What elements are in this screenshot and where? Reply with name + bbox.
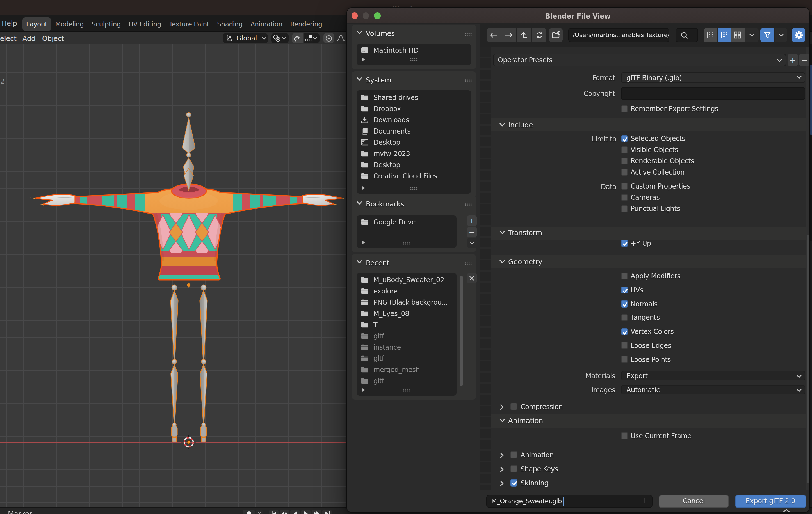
- workspace-tab[interactable]: Modeling: [52, 17, 87, 31]
- option-checkbox[interactable]: [621, 240, 628, 247]
- next-keyframe-button[interactable]: [312, 510, 321, 514]
- filename-field[interactable]: M_Orange_Sweater.glb − +: [486, 495, 652, 508]
- dialog-titlebar[interactable]: Blender File View: [347, 8, 809, 24]
- grip-icon[interactable]: [403, 388, 410, 392]
- geometry-section-header[interactable]: Geometry: [491, 255, 806, 268]
- filter-toggle-button[interactable]: [760, 28, 774, 42]
- option-checkbox[interactable]: [510, 479, 517, 486]
- format-select[interactable]: glTF Binary (.glb): [621, 72, 805, 83]
- option-checkbox[interactable]: [621, 169, 628, 176]
- recent-item[interactable]: gltf: [356, 375, 457, 387]
- option-checkbox[interactable]: [510, 451, 517, 458]
- system-item[interactable]: Desktop: [356, 137, 471, 148]
- parent-directory-button[interactable]: [517, 28, 531, 42]
- system-item[interactable]: Downloads: [356, 115, 471, 126]
- cancel-button[interactable]: Cancel: [659, 495, 729, 508]
- workspace-tab[interactable]: Rendering: [287, 17, 326, 31]
- play-reverse-button[interactable]: [290, 510, 300, 514]
- workspace-tab[interactable]: Layout: [23, 17, 51, 31]
- file-list-strip[interactable]: [480, 47, 491, 490]
- volumes-header[interactable]: Volumes: [351, 28, 476, 39]
- system-item[interactable]: Creative Cloud Files: [356, 171, 471, 182]
- bookmark-item[interactable]: Google Drive: [356, 217, 457, 228]
- bookmark-remove-button[interactable]: −: [467, 227, 477, 237]
- timeline-marker-menu[interactable]: Marker: [8, 509, 32, 514]
- filter-options-dropdown[interactable]: [775, 28, 787, 42]
- snap-target-dropdown[interactable]: [303, 33, 319, 43]
- option-checkbox[interactable]: [621, 286, 628, 294]
- expand-triangle-icon[interactable]: [361, 186, 365, 190]
- animation-section-header[interactable]: Animation: [491, 414, 806, 427]
- option-checkbox[interactable]: [621, 342, 628, 349]
- system-item[interactable]: Shared drives: [356, 92, 471, 103]
- snap-toggle[interactable]: [292, 33, 303, 43]
- system-header[interactable]: System: [351, 74, 476, 85]
- orientation-dropdown[interactable]: Global: [223, 33, 268, 43]
- chevron-right-icon[interactable]: [500, 466, 504, 472]
- remember-settings-checkbox[interactable]: [621, 105, 628, 112]
- recent-clear-button[interactable]: [467, 273, 477, 283]
- option-checkbox[interactable]: [621, 205, 628, 212]
- recent-item[interactable]: gltf: [356, 353, 457, 364]
- system-item[interactable]: Documents: [356, 126, 471, 137]
- option-checkbox[interactable]: [621, 183, 628, 190]
- scroll-up-icon[interactable]: [783, 508, 790, 513]
- pivot-dropdown[interactable]: [271, 33, 289, 43]
- refresh-button[interactable]: [532, 28, 546, 42]
- recent-item[interactable]: explore: [356, 285, 457, 297]
- volume-item[interactable]: Macintosh HD: [356, 44, 471, 56]
- workspace-tab[interactable]: Animation: [247, 17, 286, 31]
- display-vertical-list-button[interactable]: [704, 28, 717, 42]
- workspace-tab[interactable]: UV Editing: [125, 17, 165, 31]
- recent-item[interactable]: instance: [356, 342, 457, 353]
- proportional-falloff-dropdown[interactable]: [335, 33, 346, 43]
- play-button[interactable]: [301, 510, 311, 514]
- display-thumbnails-button[interactable]: [731, 28, 744, 42]
- menu-add[interactable]: Add: [23, 34, 35, 42]
- system-item[interactable]: mvfw-2023: [356, 148, 471, 159]
- chevron-right-icon[interactable]: [500, 452, 504, 458]
- record-dropdown[interactable]: [256, 510, 263, 514]
- include-section-header[interactable]: Include: [491, 118, 806, 131]
- bookmark-add-button[interactable]: +: [467, 215, 477, 226]
- materials-select[interactable]: Export: [621, 371, 805, 380]
- display-mode-dropdown[interactable]: [745, 28, 758, 42]
- option-checkbox[interactable]: [621, 328, 628, 335]
- sweater-mesh[interactable]: [74, 168, 304, 280]
- menu-help[interactable]: Help: [2, 19, 17, 27]
- bookmarks-header[interactable]: Bookmarks: [351, 198, 476, 209]
- workspace-tab[interactable]: Texture Paint: [165, 17, 213, 31]
- display-detailed-list-button[interactable]: [717, 28, 731, 42]
- recent-item[interactable]: M_Eyes_08: [356, 308, 457, 319]
- option-checkbox[interactable]: [621, 314, 628, 321]
- filename-increment-button[interactable]: +: [641, 496, 647, 505]
- grip-icon[interactable]: [403, 241, 410, 244]
- grip-icon[interactable]: [410, 58, 418, 61]
- panel-scrollbar-thumb[interactable]: [807, 235, 809, 483]
- chevron-right-icon[interactable]: [500, 404, 504, 410]
- preset-remove-button[interactable]: −: [799, 54, 810, 66]
- recent-item[interactable]: T: [356, 319, 457, 331]
- images-select[interactable]: Automatic: [621, 385, 805, 394]
- settings-button[interactable]: [792, 28, 805, 42]
- path-field[interactable]: /Users/martins...arables Texture/: [568, 28, 669, 42]
- jump-to-end-button[interactable]: [322, 510, 332, 514]
- search-field[interactable]: [675, 28, 698, 42]
- bookmark-options-dropdown[interactable]: [467, 238, 477, 248]
- option-checkbox[interactable]: [621, 432, 628, 439]
- workspace-tab[interactable]: Sculpting: [88, 17, 124, 31]
- option-checkbox[interactable]: [510, 465, 517, 472]
- workspace-tab[interactable]: Shading: [213, 17, 246, 31]
- recent-header[interactable]: Recent: [351, 257, 476, 268]
- back-button[interactable]: [487, 28, 501, 42]
- menu-select[interactable]: elect: [0, 34, 17, 42]
- armature-leg-bones[interactable]: [171, 282, 207, 442]
- grip-icon[interactable]: [464, 203, 472, 207]
- grip-icon[interactable]: [410, 187, 418, 190]
- recent-item[interactable]: PNG (Black backgrou...: [356, 297, 457, 308]
- grip-icon[interactable]: [464, 79, 472, 83]
- expand-triangle-icon[interactable]: [361, 240, 365, 245]
- menu-object[interactable]: Object: [42, 34, 64, 42]
- chevron-right-icon[interactable]: [500, 480, 504, 486]
- preset-add-button[interactable]: +: [788, 54, 798, 66]
